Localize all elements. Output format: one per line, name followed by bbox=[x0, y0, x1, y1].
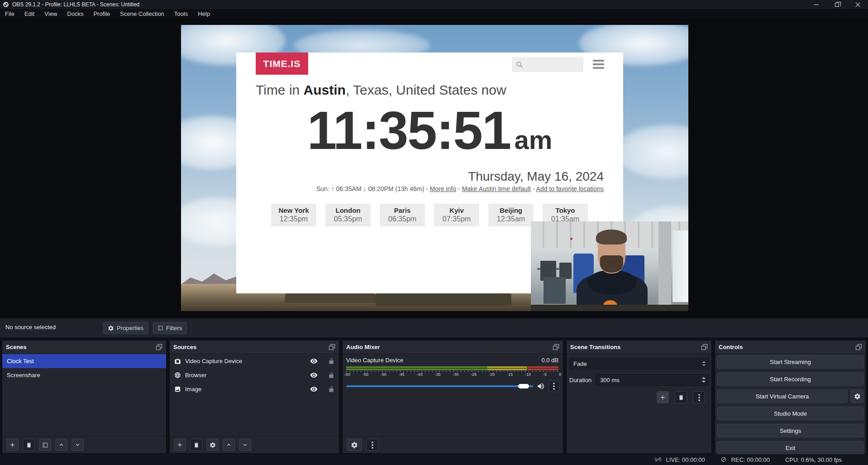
sun-separator: - bbox=[531, 185, 536, 192]
start-streaming-button[interactable]: Start Streaming bbox=[717, 355, 864, 369]
scene-item-clock-test[interactable]: Clock Test bbox=[2, 354, 166, 368]
minimize-button[interactable] bbox=[806, 0, 826, 9]
volume-slider-handle[interactable] bbox=[518, 384, 529, 388]
studio-mode-button[interactable]: Studio Mode bbox=[717, 407, 864, 420]
camera-icon bbox=[174, 358, 181, 364]
transition-selected-value: Fade bbox=[570, 360, 699, 367]
menu-docks[interactable]: Docks bbox=[62, 9, 88, 19]
volume-slider[interactable] bbox=[346, 385, 533, 387]
source-item-video-capture[interactable]: Video Capture Device bbox=[170, 354, 339, 368]
audio-mixer-toolbar bbox=[343, 436, 563, 453]
chevron-up-icon bbox=[701, 376, 706, 379]
popout-icon[interactable] bbox=[329, 344, 335, 350]
source-item-image[interactable]: Image bbox=[170, 382, 339, 396]
menu-profile[interactable]: Profile bbox=[88, 9, 115, 19]
scene-item-screenshare[interactable]: Screenshare bbox=[2, 368, 166, 382]
sun-separator: - bbox=[456, 185, 462, 192]
world-clock-beijing[interactable]: Beijing12:35am bbox=[488, 204, 534, 226]
settings-button[interactable]: Settings bbox=[717, 424, 864, 437]
move-source-down-button[interactable] bbox=[239, 439, 251, 451]
world-clock-london[interactable]: London05:35pm bbox=[325, 204, 371, 226]
world-clock-newyork[interactable]: New York12:35pm bbox=[271, 204, 316, 226]
city-time: 12:35pm bbox=[271, 215, 316, 223]
gear-icon bbox=[210, 442, 216, 448]
add-favorite-link[interactable]: Add to favorite locations bbox=[536, 185, 604, 192]
controls-title: Controls bbox=[719, 344, 743, 350]
office-chair bbox=[544, 277, 566, 304]
city-name: Kyiv bbox=[434, 206, 479, 214]
transition-properties-button[interactable] bbox=[693, 391, 705, 403]
db-tick: -50 bbox=[381, 372, 386, 377]
remove-transition-button[interactable] bbox=[675, 391, 687, 403]
virtual-camera-config-button[interactable] bbox=[850, 389, 864, 403]
move-scene-up-button[interactable] bbox=[55, 439, 67, 451]
lock-icon[interactable] bbox=[328, 372, 334, 379]
popout-icon[interactable] bbox=[156, 344, 162, 350]
move-source-up-button[interactable] bbox=[223, 439, 235, 451]
db-tick: -45 bbox=[399, 372, 405, 377]
mixer-menu-button[interactable] bbox=[366, 439, 378, 451]
timeis-heading: Time in Austin, Texas, United States now bbox=[256, 82, 604, 98]
add-transition-button[interactable] bbox=[657, 391, 669, 403]
city-name: Tokyo bbox=[543, 206, 588, 214]
popout-icon[interactable] bbox=[701, 344, 708, 350]
menu-tools[interactable]: Tools bbox=[169, 9, 193, 19]
advanced-audio-properties-button[interactable] bbox=[347, 439, 362, 451]
audio-mixer-title: Audio Mixer bbox=[346, 344, 380, 350]
office-chair bbox=[559, 263, 572, 279]
popout-icon[interactable] bbox=[553, 344, 559, 350]
scene-filters-button[interactable] bbox=[39, 439, 51, 451]
lock-icon[interactable] bbox=[328, 386, 334, 393]
mixer-channel-menu-button[interactable] bbox=[548, 380, 559, 392]
start-virtual-camera-button[interactable]: Start Virtual Camera bbox=[717, 389, 848, 403]
person-hair bbox=[596, 230, 627, 245]
timeis-logo[interactable]: TIME.IS bbox=[256, 53, 308, 75]
restore-button[interactable] bbox=[826, 0, 847, 9]
menu-scene-collection[interactable]: Scene Collection bbox=[115, 9, 169, 19]
preview-area[interactable]: TIME.IS Time in Austin, Texas, United St… bbox=[0, 19, 868, 318]
db-tick: -60 bbox=[344, 372, 350, 377]
source-properties-button[interactable] bbox=[206, 439, 219, 451]
sources-panel: Sources Video Capture Device Browser Ima… bbox=[169, 340, 339, 454]
add-scene-button[interactable] bbox=[6, 439, 19, 451]
world-clock-kyiv[interactable]: Kyiv07:35pm bbox=[434, 204, 479, 226]
hamburger-menu-icon[interactable] bbox=[593, 60, 604, 69]
remove-scene-button[interactable] bbox=[23, 439, 35, 451]
chevron-down-icon bbox=[242, 441, 248, 448]
webcam-overlay[interactable] bbox=[531, 221, 688, 311]
world-clock-paris[interactable]: Paris06:35pm bbox=[380, 204, 425, 226]
scenes-panel-title: Scenes bbox=[6, 344, 27, 350]
more-info-link[interactable]: More info bbox=[430, 185, 456, 192]
move-scene-down-button[interactable] bbox=[72, 439, 84, 451]
visibility-eye-icon[interactable] bbox=[310, 371, 318, 379]
audio-mixer-panel: Audio Mixer Video Capture Device 0.0 dB … bbox=[342, 340, 563, 454]
timeis-search-input[interactable] bbox=[512, 57, 583, 72]
close-button[interactable] bbox=[847, 0, 868, 9]
gear-icon bbox=[108, 325, 114, 331]
visibility-eye-icon[interactable] bbox=[310, 357, 318, 365]
exit-button[interactable]: Exit bbox=[717, 441, 864, 455]
source-item-browser[interactable]: Browser bbox=[170, 368, 339, 382]
start-recording-button[interactable]: Start Recording bbox=[717, 372, 864, 386]
speaker-icon[interactable] bbox=[537, 382, 545, 390]
heading-city: Austin bbox=[304, 82, 346, 97]
current-date: Thursday, May 16, 2024 bbox=[468, 169, 604, 184]
popout-icon[interactable] bbox=[855, 344, 862, 350]
make-default-link[interactable]: Make Austin time default bbox=[462, 185, 531, 192]
transition-select[interactable]: Fade bbox=[569, 358, 709, 369]
properties-button[interactable]: Properties bbox=[103, 322, 148, 334]
video-canvas[interactable]: TIME.IS Time in Austin, Texas, United St… bbox=[181, 25, 688, 311]
menu-file[interactable]: File bbox=[0, 9, 19, 19]
duration-spin-arrows[interactable] bbox=[699, 376, 708, 384]
transition-select-arrows[interactable] bbox=[699, 358, 708, 369]
duration-spinbox[interactable]: 300 ms bbox=[596, 374, 709, 386]
filters-button[interactable]: Filters bbox=[153, 322, 187, 334]
lock-icon[interactable] bbox=[328, 358, 334, 364]
add-source-button[interactable] bbox=[174, 439, 186, 451]
menu-help[interactable]: Help bbox=[193, 9, 215, 19]
office-window bbox=[672, 230, 688, 302]
remove-source-button[interactable] bbox=[190, 439, 202, 451]
visibility-eye-icon[interactable] bbox=[310, 385, 318, 393]
menu-edit[interactable]: Edit bbox=[19, 9, 39, 19]
menu-view[interactable]: View bbox=[39, 9, 62, 19]
